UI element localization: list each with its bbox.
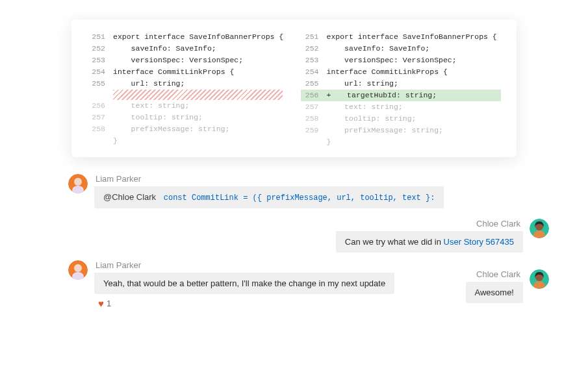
line-number: 254: [301, 66, 319, 78]
avatar[interactable]: [68, 174, 88, 193]
code-text: }: [327, 136, 331, 148]
comment-content: Chloe Clark Can we try what we did in Us…: [336, 219, 523, 253]
comment-author[interactable]: Liam Parker: [94, 174, 141, 184]
comment-content: Liam Parker Yeah, that would be a better…: [94, 260, 394, 309]
code-text: interface CommitLinkProps {: [327, 66, 448, 78]
diff-line[interactable]: }: [87, 135, 288, 147]
diff-line[interactable]: 254interface CommitLinkProps {: [301, 66, 502, 78]
code-text: url: string;: [113, 78, 185, 90]
avatar[interactable]: [530, 269, 549, 289]
line-number: 256: [301, 90, 319, 101]
code-text: saveInfo: SaveInfo;: [113, 43, 216, 55]
comment-text: Yeah, that would be a better pattern, I'…: [103, 278, 385, 288]
comment-row: Liam Parker @Chloe Clark const CommitLin…: [68, 174, 549, 208]
inline-code: const CommitLink = ({ prefixMessage, url…: [164, 193, 435, 203]
svg-point-8: [74, 264, 82, 272]
comment-author[interactable]: Liam Parker: [94, 260, 141, 270]
line-number: 255: [301, 78, 319, 90]
work-item-link[interactable]: User Story 567435: [444, 237, 514, 247]
line-number: 258: [87, 123, 105, 135]
diff-line[interactable]: 252 saveInfo: SaveInfo;: [301, 43, 502, 55]
line-number: 253: [301, 55, 319, 66]
line-number: 252: [87, 43, 105, 55]
mention[interactable]: @Chloe Clark: [103, 192, 156, 202]
diff-line[interactable]: 253 versionSpec: VersionSpec;: [87, 55, 288, 66]
comment-author[interactable]: Chloe Clark: [475, 269, 523, 279]
svg-point-2: [74, 178, 82, 186]
code-text: prefixMessage: string;: [113, 123, 229, 135]
diff-line[interactable]: 259 prefixMessage: string;: [301, 125, 502, 136]
comment-row: Liam Parker Yeah, that would be a better…: [68, 260, 549, 309]
diff-card: 251export interface SaveInfoBannerProps …: [71, 19, 517, 157]
diff-line[interactable]: 252 saveInfo: SaveInfo;: [87, 43, 288, 55]
code-text: saveInfo: SaveInfo;: [327, 43, 430, 55]
diff-line[interactable]: }: [301, 136, 502, 148]
code-text: versionSpec: VersionSpec;: [327, 55, 457, 66]
comment-bubble[interactable]: Awesome!: [466, 282, 523, 303]
line-number: 257: [87, 112, 105, 123]
diff-gap-marker: [113, 90, 283, 100]
code-text: export interface SaveInfoBannerProps {: [113, 31, 283, 43]
comment-author[interactable]: Chloe Clark: [475, 219, 523, 228]
diff-line[interactable]: 254interface CommitLinkProps {: [87, 66, 288, 78]
line-number: 251: [87, 31, 105, 43]
line-number: 253: [87, 55, 105, 66]
code-text: tooltip: string;: [327, 113, 416, 125]
line-number: 254: [87, 66, 105, 78]
code-text: targetHubId: string;: [333, 90, 437, 101]
code-text: url: string;: [327, 78, 398, 90]
diff-line[interactable]: 256 text: string;: [87, 100, 288, 112]
diff-line[interactable]: 258 tooltip: string;: [301, 113, 502, 125]
comment-row: Chloe Clark Can we try what we did in Us…: [68, 219, 549, 253]
avatar[interactable]: [530, 219, 549, 238]
code-text: text: string;: [113, 100, 189, 112]
code-text: text: string;: [327, 101, 403, 113]
comment-bubble[interactable]: @Chloe Clark const CommitLink = ({ prefi…: [94, 186, 444, 208]
code-text: prefixMessage: string;: [327, 125, 443, 136]
code-text: tooltip: string;: [113, 112, 203, 123]
comment-thread: Liam Parker @Chloe Clark const CommitLin…: [68, 174, 549, 309]
line-number: 258: [301, 113, 319, 125]
diff-line[interactable]: 257 tooltip: string;: [87, 112, 288, 123]
comment-bubble[interactable]: Yeah, that would be a better pattern, I'…: [94, 273, 394, 294]
line-number: 251: [301, 31, 319, 43]
diff-line[interactable]: 257 text: string;: [301, 101, 502, 113]
diff-line[interactable]: 251export interface SaveInfoBannerProps …: [301, 31, 502, 43]
avatar[interactable]: [68, 260, 88, 280]
line-number: 256: [87, 100, 105, 112]
diff-line-added[interactable]: 256+ targetHubId: string;: [301, 90, 502, 101]
line-number: 252: [301, 43, 319, 55]
heart-icon: ♥: [98, 298, 104, 309]
diff-column-right: 251export interface SaveInfoBannerProps …: [294, 31, 517, 148]
code-text: }: [113, 135, 118, 147]
reaction[interactable]: ♥ 1: [98, 298, 111, 309]
diff-line[interactable]: 255 url: string;: [301, 78, 502, 90]
diff-line[interactable]: 253 versionSpec: VersionSpec;: [301, 55, 502, 66]
plus-icon: +: [327, 90, 331, 101]
line-number: 259: [301, 125, 319, 136]
line-number: 257: [301, 101, 319, 113]
line-number: 255: [87, 78, 105, 90]
code-text: versionSpec: VersionSpec;: [113, 55, 243, 66]
comment-content: Liam Parker @Chloe Clark const CommitLin…: [94, 174, 444, 208]
comment-text: Awesome!: [475, 288, 514, 297]
code-text: export interface SaveInfoBannerProps {: [327, 31, 497, 43]
comment-bubble[interactable]: Can we try what we did in User Story 567…: [336, 231, 523, 253]
comment-content: Chloe Clark Awesome!: [466, 269, 523, 303]
diff-column-left: 251export interface SaveInfoBannerProps …: [71, 31, 294, 148]
diff-line[interactable]: 258 prefixMessage: string;: [87, 123, 288, 135]
diff-line[interactable]: 255 url: string;: [87, 78, 288, 90]
comment-text: Can we try what we did in: [345, 237, 444, 247]
reaction-count: 1: [107, 299, 111, 308]
diff-line[interactable]: 251export interface SaveInfoBannerProps …: [87, 31, 288, 43]
code-text: interface CommitLinkProps {: [113, 66, 234, 78]
